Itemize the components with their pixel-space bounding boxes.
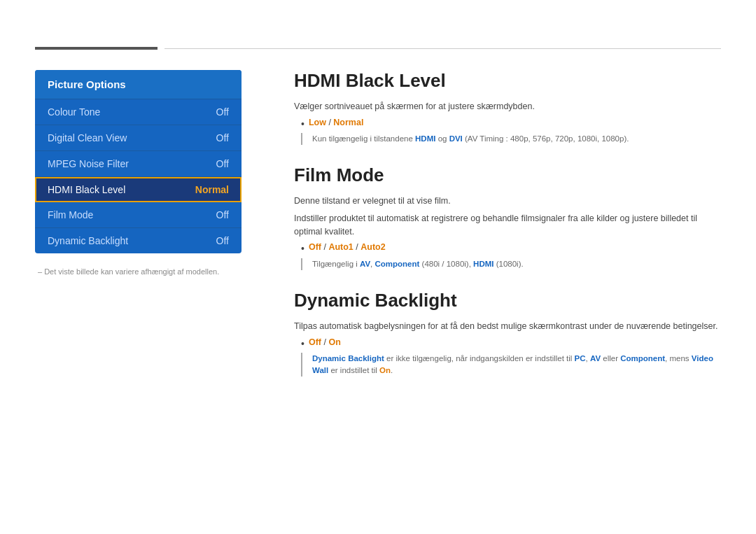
menu-item-dynamic-backlight[interactable]: Dynamic Backlight Off — [35, 228, 241, 253]
top-bar — [35, 48, 721, 49]
section-film-mode: Film Mode Denne tilstand er velegnet til… — [294, 164, 721, 270]
mpeg-noise-filter-label: MPEG Noise Filter — [48, 158, 129, 169]
option-on-db: On — [328, 337, 340, 347]
dynamic-backlight-bullet: Off / On — [301, 337, 721, 350]
top-bar-left-line — [35, 47, 158, 50]
top-bar-right-line — [164, 48, 721, 49]
digital-clean-view-value: Off — [216, 132, 229, 143]
menu-item-film-mode[interactable]: Film Mode Off — [35, 202, 241, 228]
right-content: HDMI Black Level Vælger sortniveauet på … — [294, 70, 721, 396]
dynamic-backlight-title: Dynamic Backlight — [294, 290, 721, 311]
film-mode-desc1: Denne tilstand er velegnet til at vise f… — [294, 195, 721, 208]
picture-options-title: Picture Options — [35, 70, 241, 99]
option-auto2: Auto2 — [360, 242, 385, 252]
dynamic-backlight-value: Off — [216, 235, 229, 246]
colour-tone-value: Off — [216, 106, 229, 118]
menu-item-hdmi-black-level[interactable]: HDMI Black Level Normal — [35, 177, 241, 202]
film-mode-desc2: Indstiller produktet til automatisk at r… — [294, 212, 721, 239]
picture-options-box: Picture Options Colour Tone Off Digital … — [35, 70, 241, 253]
option-normal: Normal — [333, 118, 363, 127]
hdmi-black-level-title: HDMI Black Level — [294, 70, 721, 92]
menu-item-colour-tone[interactable]: Colour Tone Off — [35, 99, 241, 125]
note-pc: PC — [575, 354, 586, 363]
option-auto1: Auto1 — [328, 242, 353, 252]
section-hdmi-black-level: HDMI Black Level Vælger sortniveauet på … — [294, 70, 721, 145]
note-on: On — [379, 366, 391, 374]
section-dynamic-backlight: Dynamic Backlight Tilpas automatisk bagb… — [294, 290, 721, 377]
menu-item-mpeg-noise-filter[interactable]: MPEG Noise Filter Off — [35, 151, 241, 177]
mpeg-noise-filter-value: Off — [216, 158, 229, 169]
note-av: AV — [360, 260, 370, 268]
film-mode-value: Off — [216, 209, 229, 220]
left-panel: Picture Options Colour Tone Off Digital … — [35, 70, 241, 276]
note-component: Component — [374, 260, 419, 268]
hdmi-black-level-desc: Vælger sortniveauet på skærmen for at ju… — [294, 100, 721, 113]
film-mode-bullet: Off / Auto1 / Auto2 — [301, 242, 721, 255]
menu-item-digital-clean-view[interactable]: Digital Clean View Off — [35, 125, 241, 151]
hdmi-black-level-options: Low / Normal — [309, 118, 364, 127]
note-dvi: DVI — [449, 134, 463, 143]
note-hdmi2: HDMI — [473, 260, 493, 268]
hdmi-black-level-bullet: Low / Normal — [301, 118, 721, 130]
dynamic-backlight-options: Off / On — [309, 337, 341, 347]
note-dynamic-backlight: Dynamic Backlight — [312, 354, 384, 363]
dynamic-backlight-note: Dynamic Backlight er ikke tilgængelig, n… — [301, 353, 721, 377]
colour-tone-label: Colour Tone — [48, 106, 100, 118]
note-hdmi: HDMI — [415, 134, 435, 143]
note-component2: Component — [620, 354, 665, 363]
option-off-db: Off — [309, 337, 321, 347]
hdmi-black-level-value: Normal — [195, 184, 229, 195]
hdmi-black-level-label: HDMI Black Level — [48, 184, 125, 195]
film-mode-title: Film Mode — [294, 164, 721, 186]
hdmi-black-level-note: Kun tilgængelig i tilstandene HDMI og DV… — [301, 133, 721, 145]
option-off-film: Off — [309, 242, 321, 252]
dynamic-backlight-desc: Tilpas automatisk bagbelysningen for at … — [294, 320, 721, 333]
dynamic-backlight-label: Dynamic Backlight — [48, 235, 128, 246]
digital-clean-view-label: Digital Clean View — [48, 132, 127, 143]
film-mode-label: Film Mode — [48, 209, 93, 220]
film-mode-options: Off / Auto1 / Auto2 — [309, 242, 386, 252]
option-low: Low — [309, 118, 326, 127]
note-av2: AV — [590, 354, 601, 363]
film-mode-note: Tilgængelig i AV, Component (480i / 1080… — [301, 258, 721, 270]
footnote: – Det viste billede kan variere afhængig… — [35, 267, 241, 276]
